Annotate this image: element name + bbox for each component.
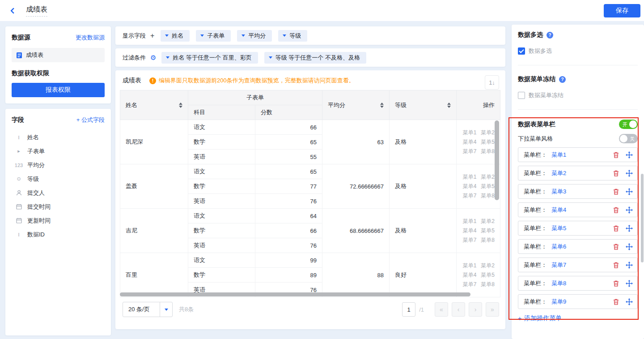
move-icon[interactable] — [626, 262, 633, 269]
menu-freeze-checkbox[interactable] — [518, 92, 525, 99]
report-permission-button[interactable]: 报表权限 — [12, 83, 105, 97]
row-menu-link[interactable]: 菜单2 — [481, 262, 495, 270]
delete-icon[interactable] — [613, 225, 619, 232]
row-menu-link[interactable]: 菜单1 — [463, 173, 477, 181]
menu-item-link[interactable]: 菜单2 — [551, 169, 566, 177]
row-menu-link[interactable]: 菜单8 — [481, 148, 495, 155]
menu-item-link[interactable]: 菜单7 — [551, 261, 566, 269]
sort-tool-button[interactable]: 1↓ — [485, 75, 499, 90]
row-menu-link[interactable]: 菜单7 — [463, 236, 477, 244]
sort-icon[interactable] — [447, 103, 451, 108]
row-menu-link[interactable]: 菜单7 — [463, 281, 477, 288]
row-menu-link[interactable]: 菜单4 — [463, 227, 477, 235]
field-chip[interactable]: 姓名 等于任意一个 百里、彩页 — [161, 52, 258, 64]
delete-icon[interactable] — [613, 170, 619, 177]
move-icon[interactable] — [626, 298, 633, 305]
col-header-name[interactable]: 姓名 — [120, 90, 188, 120]
delete-icon[interactable] — [613, 206, 619, 214]
last-page-button[interactable]: » — [486, 302, 499, 317]
dropdown-style-toggle[interactable]: 关 — [619, 134, 638, 143]
move-icon[interactable] — [626, 280, 633, 287]
col-header-grade[interactable]: 等级 — [390, 90, 457, 120]
menu-item-link[interactable]: 菜单9 — [551, 298, 566, 306]
field-item[interactable]: ▸ 子表单 — [12, 144, 105, 158]
row-menu-link[interactable]: 菜单8 — [481, 192, 495, 200]
field-chip[interactable]: 姓名 — [161, 30, 190, 42]
row-menu-link[interactable]: 菜单1 — [463, 129, 477, 137]
field-item[interactable]: ⊙ 等级 — [12, 172, 105, 186]
field-item[interactable]: 提交时间 — [12, 200, 105, 214]
row-menu-link[interactable]: 菜单2 — [481, 129, 495, 137]
sort-icon[interactable] — [179, 103, 182, 108]
field-chip[interactable]: 等级 — [278, 30, 307, 42]
prev-page-button[interactable]: ‹ — [452, 302, 465, 317]
move-icon[interactable] — [626, 151, 633, 159]
page-size-select[interactable]: 20 条/页 — [123, 302, 173, 317]
first-page-button[interactable]: « — [435, 302, 448, 317]
add-formula-field-link[interactable]: + 公式字段 — [76, 116, 105, 124]
row-menu-link[interactable]: 菜单1 — [463, 262, 477, 270]
row-menu-link[interactable]: 菜单7 — [463, 148, 477, 155]
field-item[interactable]: 提交人 — [12, 186, 105, 200]
horizontal-scrollbar[interactable] — [120, 292, 500, 296]
row-menu-link[interactable]: 菜单5 — [481, 183, 495, 190]
move-icon[interactable] — [626, 225, 633, 232]
add-menu-button[interactable]: + 添加操作菜单 — [518, 314, 638, 322]
move-icon[interactable] — [626, 170, 633, 177]
menu-item-link[interactable]: 菜单8 — [551, 279, 566, 288]
datasource-item[interactable]: 成绩表 — [12, 48, 105, 62]
delete-icon[interactable] — [613, 243, 619, 250]
row-menu-link[interactable]: 菜单4 — [463, 138, 477, 146]
next-page-button[interactable]: › — [469, 302, 482, 317]
delete-icon[interactable] — [613, 298, 619, 305]
page-title[interactable]: 成绩表 — [26, 5, 47, 17]
table-menubar-toggle[interactable]: 开 — [619, 120, 638, 129]
move-icon[interactable] — [626, 206, 633, 214]
sort-icon[interactable] — [380, 103, 384, 108]
back-button[interactable] — [7, 4, 20, 17]
gear-icon[interactable]: ⚙ — [150, 54, 156, 62]
col-header-avg[interactable]: 平均分 — [322, 90, 390, 120]
menu-item-link[interactable]: 菜单6 — [551, 243, 566, 251]
delete-icon[interactable] — [613, 151, 619, 159]
save-button[interactable]: 保存 — [604, 4, 640, 17]
menu-item-link[interactable]: 菜单1 — [551, 151, 566, 159]
menu-item-link[interactable]: 菜单3 — [551, 188, 566, 196]
row-menu-link[interactable]: 菜单5 — [481, 271, 495, 279]
field-item[interactable]: I 数据ID — [12, 227, 105, 241]
row-menu-link[interactable]: 菜单8 — [481, 236, 495, 244]
field-item[interactable]: I 姓名 — [12, 130, 105, 144]
field-item[interactable]: 123 平均分 — [12, 158, 105, 172]
cell-score: 77 — [255, 179, 322, 194]
row-menu-link[interactable]: 菜单5 — [481, 138, 495, 146]
row-menu-link[interactable]: 菜单5 — [481, 227, 495, 235]
move-icon[interactable] — [626, 243, 633, 250]
row-menu-link[interactable]: 菜单2 — [481, 218, 495, 225]
menu-item-link[interactable]: 菜单4 — [551, 206, 566, 214]
delete-icon[interactable] — [613, 262, 619, 269]
change-datasource-link[interactable]: 更改数据源 — [76, 34, 105, 42]
row-menu-link[interactable]: 菜单1 — [463, 218, 477, 225]
menu-item-link[interactable]: 菜单5 — [551, 224, 566, 232]
multi-select-checkbox[interactable] — [518, 47, 525, 55]
row-menu-link[interactable]: 菜单2 — [481, 173, 495, 181]
row-menu-link[interactable]: 菜单7 — [463, 192, 477, 200]
row-menu-link[interactable]: 菜单8 — [481, 281, 495, 288]
page-scrollbar[interactable] — [641, 174, 644, 262]
field-chip[interactable]: 等级 等于任意一个 不及格、及格 — [264, 52, 366, 64]
page-size-dropdown[interactable] — [160, 302, 172, 317]
add-display-field-button[interactable]: + — [150, 32, 154, 40]
delete-icon[interactable] — [613, 280, 619, 287]
delete-icon[interactable] — [613, 188, 619, 195]
move-icon[interactable] — [626, 188, 633, 195]
help-icon[interactable]: ? — [559, 76, 566, 83]
vertical-scrollbar[interactable] — [495, 120, 499, 200]
help-icon[interactable]: ? — [547, 32, 553, 39]
row-menu-link[interactable]: 菜单4 — [463, 271, 477, 279]
current-page-input[interactable]: 1 — [402, 302, 415, 317]
row-menu-link[interactable]: 菜单4 — [463, 183, 477, 190]
field-chip[interactable]: 子表单 — [196, 30, 231, 42]
field-chip[interactable]: 平均分 — [237, 30, 272, 42]
field-type-icon: I — [14, 232, 23, 237]
field-item[interactable]: 更新时间 — [12, 214, 105, 227]
